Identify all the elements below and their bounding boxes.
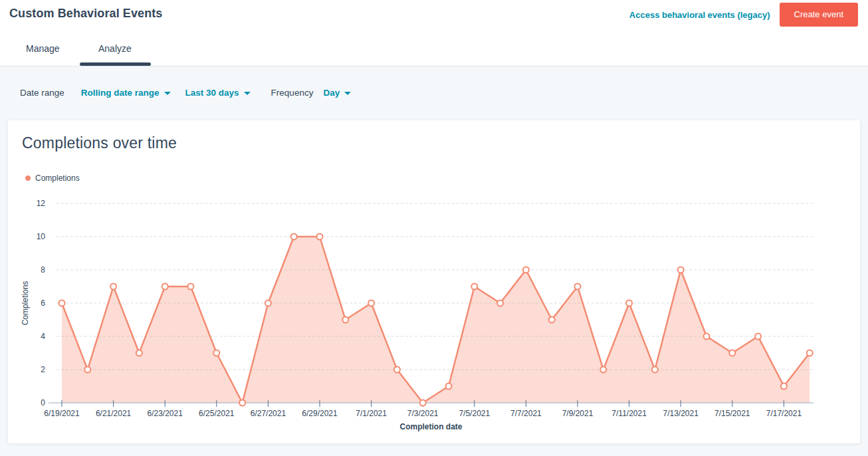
frequency-label: Frequency bbox=[271, 88, 314, 98]
legend-label: Completions bbox=[35, 173, 80, 183]
date-range-label: Date range bbox=[20, 88, 64, 98]
chart-title: Completions over time bbox=[22, 134, 177, 152]
svg-text:8: 8 bbox=[41, 265, 45, 275]
filter-row: Date range Rolling date range Last 30 da… bbox=[20, 86, 351, 98]
svg-text:7/15/2021: 7/15/2021 bbox=[714, 409, 750, 418]
svg-text:Completion date: Completion date bbox=[399, 422, 462, 431]
frequency-dropdown[interactable]: Day bbox=[323, 88, 351, 98]
svg-text:0: 0 bbox=[41, 398, 45, 407]
tab-analyze[interactable]: Analyze bbox=[98, 43, 132, 54]
date-range-type-dropdown[interactable]: Rolling date range bbox=[81, 88, 171, 98]
chevron-down-icon bbox=[344, 92, 351, 95]
svg-text:2: 2 bbox=[41, 365, 45, 374]
date-range-type-value: Rolling date range bbox=[81, 88, 160, 98]
svg-text:6/21/2021: 6/21/2021 bbox=[96, 409, 132, 418]
page-header: Custom Behavioral Events Access behavior… bbox=[0, 0, 868, 37]
svg-text:6/27/2021: 6/27/2021 bbox=[251, 409, 286, 418]
create-event-button[interactable]: Create event bbox=[780, 3, 858, 27]
svg-text:7/5/2021: 7/5/2021 bbox=[459, 409, 490, 418]
svg-text:7/9/2021: 7/9/2021 bbox=[562, 409, 594, 418]
svg-text:6/19/2021: 6/19/2021 bbox=[44, 409, 80, 418]
date-range-value-value: Last 30 days bbox=[185, 88, 239, 98]
svg-text:10: 10 bbox=[37, 232, 46, 241]
svg-text:6/25/2021: 6/25/2021 bbox=[199, 409, 235, 418]
frequency-value: Day bbox=[323, 88, 340, 98]
svg-text:Completions: Completions bbox=[21, 281, 30, 326]
svg-text:7/11/2021: 7/11/2021 bbox=[611, 409, 647, 418]
svg-text:12: 12 bbox=[37, 199, 46, 208]
svg-text:7/1/2021: 7/1/2021 bbox=[356, 409, 387, 418]
tab-manage[interactable]: Manage bbox=[26, 43, 60, 54]
page-title: Custom Behavioral Events bbox=[9, 7, 162, 21]
svg-text:7/3/2021: 7/3/2021 bbox=[407, 409, 439, 418]
tab-bar: Manage Analyze bbox=[0, 40, 868, 66]
legend-dot-icon bbox=[25, 175, 31, 181]
svg-text:6: 6 bbox=[41, 298, 45, 308]
completions-over-time-chart: 0246810126/19/20216/21/20216/23/20216/25… bbox=[8, 189, 860, 441]
svg-text:7/7/2021: 7/7/2021 bbox=[510, 409, 542, 418]
chevron-down-icon bbox=[164, 92, 171, 95]
page-body: Date range Rolling date range Last 30 da… bbox=[0, 66, 868, 456]
chevron-down-icon bbox=[244, 92, 251, 95]
svg-text:6/23/2021: 6/23/2021 bbox=[148, 409, 183, 418]
chart-legend-item[interactable]: Completions bbox=[25, 173, 80, 183]
report-card: Completions over time Completions 024681… bbox=[8, 120, 860, 443]
svg-text:4: 4 bbox=[41, 332, 45, 341]
svg-text:7/13/2021: 7/13/2021 bbox=[663, 409, 699, 418]
svg-text:7/17/2021: 7/17/2021 bbox=[766, 409, 802, 418]
svg-text:6/29/2021: 6/29/2021 bbox=[302, 409, 338, 418]
legacy-events-link[interactable]: Access behavioral events (legacy) bbox=[629, 10, 770, 20]
date-range-value-dropdown[interactable]: Last 30 days bbox=[185, 88, 251, 98]
header-actions: Access behavioral events (legacy) Create… bbox=[629, 2, 858, 27]
